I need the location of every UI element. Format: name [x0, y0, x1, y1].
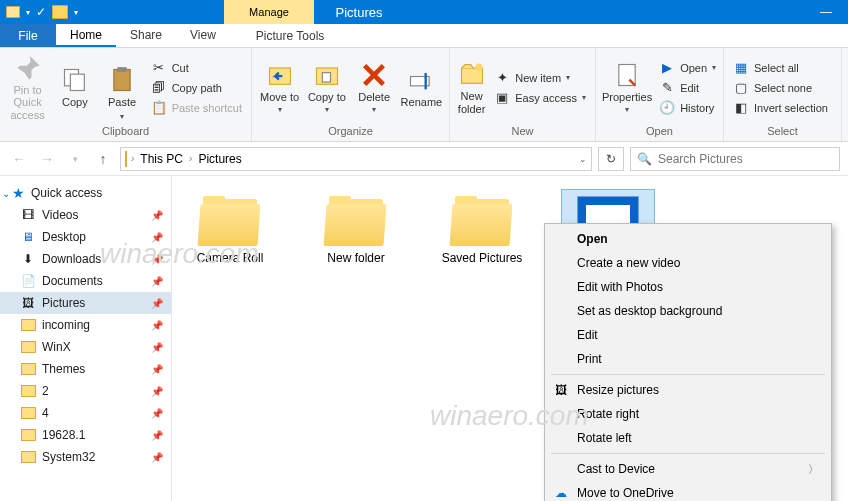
up-button[interactable]: ↑	[92, 148, 114, 170]
menu-rotate-left[interactable]: Rotate left	[547, 426, 829, 450]
copy-button[interactable]: Copy	[53, 53, 96, 123]
invert-selection-button[interactable]: ◧Invert selection	[730, 99, 831, 117]
search-placeholder: Search Pictures	[658, 152, 743, 166]
star-icon: ★	[12, 185, 25, 201]
delete-label: Delete	[358, 91, 390, 104]
address-dropdown[interactable]: ⌄	[579, 154, 587, 164]
nav-system32[interactable]: System32📌	[0, 446, 171, 468]
sparkle-icon: ✦	[494, 70, 510, 86]
nav-incoming[interactable]: incoming📌	[0, 314, 171, 336]
invert-icon: ◧	[733, 100, 749, 116]
group-label-clipboard: Clipboard	[6, 125, 245, 141]
menu-open[interactable]: Open	[547, 227, 829, 251]
history-button[interactable]: 🕘History	[656, 99, 719, 117]
checkmark-icon[interactable]: ✓	[36, 5, 46, 19]
menu-print[interactable]: Print	[547, 347, 829, 371]
expand-icon[interactable]: ⌄	[2, 188, 10, 199]
folder-icon[interactable]	[52, 5, 68, 19]
menu-edit[interactable]: Edit	[547, 323, 829, 347]
copy-to-button[interactable]: Copy to ▾	[305, 53, 348, 123]
folder-icon	[20, 339, 36, 355]
rename-button[interactable]: Rename	[400, 53, 443, 123]
app-icon	[6, 6, 20, 18]
nav-quick-access[interactable]: ⌄ ★ Quick access	[0, 182, 171, 204]
group-clipboard: Pin to Quick access Copy Paste ▾ ✂Cut 🗐C…	[0, 48, 252, 141]
breadcrumb-this-pc[interactable]: This PC	[138, 152, 185, 166]
nav-winx[interactable]: WinX📌	[0, 336, 171, 358]
properties-button[interactable]: Properties ▾	[602, 53, 652, 123]
tab-picture-tools[interactable]: Picture Tools	[244, 24, 336, 47]
menu-rotate-right[interactable]: Rotate right	[547, 402, 829, 426]
select-none-button[interactable]: ▢Select none	[730, 79, 831, 97]
nav-pictures[interactable]: 🖼Pictures📌	[0, 292, 171, 314]
qat-dropdown-1[interactable]: ▾	[26, 8, 30, 17]
group-label-organize: Organize	[258, 125, 443, 141]
menu-set-desktop-background[interactable]: Set as desktop background	[547, 299, 829, 323]
nav-4[interactable]: 4📌	[0, 402, 171, 424]
edit-icon: ✎	[659, 80, 675, 96]
nav-19628-1[interactable]: 19628.1📌	[0, 424, 171, 446]
open-button[interactable]: ▶Open ▾	[656, 59, 719, 77]
context-menu: Open Create a new video Edit with Photos…	[544, 223, 832, 501]
copy-to-icon	[313, 61, 341, 89]
easy-access-button[interactable]: ▣Easy access ▾	[491, 89, 589, 107]
pin-icon: 📌	[151, 232, 163, 243]
menu-create-video[interactable]: Create a new video	[547, 251, 829, 275]
chevron-right-icon: ›	[189, 153, 192, 164]
recent-locations-button[interactable]: ▾	[64, 148, 86, 170]
new-item-button[interactable]: ✦New item ▾	[491, 69, 589, 87]
minimize-button[interactable]: —	[804, 0, 848, 24]
pin-to-quick-access-button[interactable]: Pin to Quick access	[6, 53, 49, 123]
nav-desktop[interactable]: 🖥Desktop📌	[0, 226, 171, 248]
breadcrumb-pictures[interactable]: Pictures	[196, 152, 243, 166]
svg-rect-6	[322, 72, 330, 81]
tab-home[interactable]: Home	[56, 24, 116, 47]
back-button[interactable]: ←	[8, 148, 30, 170]
folder-new-folder[interactable]: New folder	[310, 190, 402, 272]
menu-cast-to-device[interactable]: Cast to Device〉	[547, 457, 829, 481]
menu-resize-pictures[interactable]: 🖼Resize pictures	[547, 378, 829, 402]
new-folder-label: New folder	[456, 90, 487, 115]
new-folder-button[interactable]: New folder	[456, 53, 487, 123]
copy-to-label: Copy to	[308, 91, 346, 104]
select-all-button[interactable]: ▦Select all	[730, 59, 831, 77]
paste-icon	[108, 66, 136, 94]
folder-camera-roll[interactable]: Camera Roll	[184, 190, 276, 272]
edit-button[interactable]: ✎Edit	[656, 79, 719, 97]
cut-button[interactable]: ✂Cut	[148, 59, 245, 77]
delete-button[interactable]: Delete ▾	[353, 53, 396, 123]
delete-icon	[360, 61, 388, 89]
paste-button[interactable]: Paste ▾	[100, 53, 143, 123]
search-box[interactable]: 🔍 Search Pictures	[630, 147, 840, 171]
address-bar[interactable]: › This PC › Pictures ⌄	[120, 147, 592, 171]
menu-edit-with-photos[interactable]: Edit with Photos	[547, 275, 829, 299]
paste-shortcut-button[interactable]: 📋Paste shortcut	[148, 99, 245, 117]
menu-separator	[551, 453, 825, 454]
nav-downloads[interactable]: ⬇Downloads📌	[0, 248, 171, 270]
select-none-icon: ▢	[733, 80, 749, 96]
nav-documents[interactable]: 📄Documents📌	[0, 270, 171, 292]
window-title: Pictures	[314, 0, 404, 24]
menu-move-to-onedrive[interactable]: ☁Move to OneDrive	[547, 481, 829, 501]
resize-icon: 🖼	[553, 382, 569, 398]
tab-file[interactable]: File	[0, 24, 56, 47]
svg-point-10	[475, 63, 482, 70]
folder-saved-pictures[interactable]: Saved Pictures	[436, 190, 528, 272]
group-label-select: Select	[730, 125, 835, 141]
pin-icon: 📌	[151, 254, 163, 265]
ribbon-tabs: File Home Share View Picture Tools	[0, 24, 848, 48]
nav-2[interactable]: 2📌	[0, 380, 171, 402]
nav-videos[interactable]: 🎞Videos📌	[0, 204, 171, 226]
submenu-arrow-icon: 〉	[808, 462, 819, 477]
history-icon: 🕘	[659, 100, 675, 116]
pin-icon: 📌	[151, 408, 163, 419]
qat-overflow[interactable]: ▾	[74, 8, 78, 17]
tab-share[interactable]: Share	[116, 24, 176, 47]
move-to-button[interactable]: Move to ▾	[258, 53, 301, 123]
copy-path-button[interactable]: 🗐Copy path	[148, 79, 245, 97]
tab-view[interactable]: View	[176, 24, 230, 47]
forward-button[interactable]: →	[36, 148, 58, 170]
refresh-button[interactable]: ↻	[598, 147, 624, 171]
nav-themes[interactable]: Themes📌	[0, 358, 171, 380]
copy-icon	[61, 66, 89, 94]
